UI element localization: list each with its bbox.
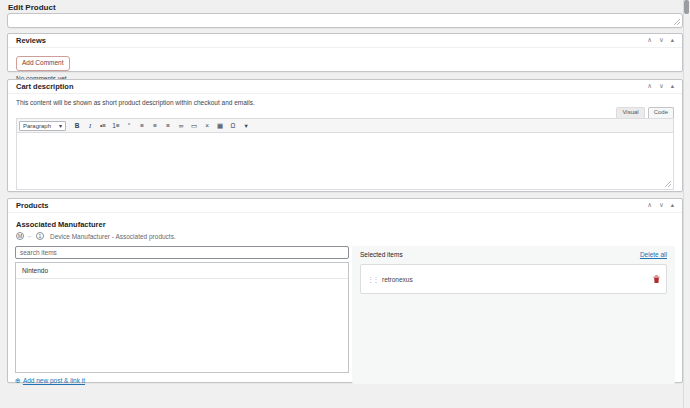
toggle-panel-icon[interactable]: ▴ — [671, 37, 674, 44]
cart-description-title: Cart description — [16, 82, 74, 91]
products-header: Products ∧ ∨ ▴ — [8, 199, 682, 213]
associated-manufacturer-title: Associated Manufacturer — [16, 220, 674, 229]
move-down-icon[interactable]: ∨ — [659, 202, 664, 209]
move-up-icon[interactable]: ∧ — [647, 37, 652, 44]
products-title: Products — [16, 201, 49, 210]
rich-text-editor: Paragraph ▾ B I •≡ 1≡ “ ≡ ≡ ≡ ∞ ▭ × ▦ Ω … — [16, 118, 674, 190]
cart-description-body: This content will be shown as short prod… — [8, 94, 682, 190]
toggle-panel-icon[interactable]: ▴ — [671, 83, 674, 90]
reviews-title: Reviews — [16, 36, 46, 45]
selected-items-header: Selected items Delete all — [360, 251, 667, 258]
selected-items-label: Selected items — [360, 251, 403, 258]
editor-toolbar: Paragraph ▾ B I •≡ 1≡ “ ≡ ≡ ≡ ∞ ▭ × ▦ Ω … — [17, 119, 673, 133]
align-left-icon[interactable]: ≡ — [136, 120, 148, 131]
editor-mode-tabs: Visual Code — [16, 107, 674, 118]
italic-icon[interactable]: I — [84, 120, 96, 131]
resize-grip[interactable] — [665, 181, 671, 187]
fullscreen-icon[interactable]: × — [201, 120, 213, 131]
metabox-actions: ∧ ∨ ▴ — [647, 83, 674, 90]
align-right-icon[interactable]: ≡ — [162, 120, 174, 131]
tab-visual[interactable]: Visual — [616, 107, 644, 118]
delete-all-link[interactable]: Delete all — [640, 251, 667, 258]
cart-description-header: Cart description ∧ ∨ ▴ — [8, 80, 682, 94]
trash-icon[interactable] — [653, 275, 660, 283]
toolbar-toggle-icon[interactable]: ▾ — [240, 120, 252, 131]
move-down-icon[interactable]: ∨ — [659, 37, 664, 44]
vertical-scrollbar[interactable] — [683, 0, 690, 408]
relation-diagram: M ← 1 Device Manufacturer - Associated p… — [16, 232, 674, 240]
previous-panel-bottom — [7, 13, 683, 28]
link-icon[interactable]: ∞ — [175, 120, 187, 131]
tab-code[interactable]: Code — [648, 107, 674, 118]
reviews-metabox: Reviews ∧ ∨ ▴ Add Comment No comments ye… — [7, 33, 683, 72]
toggle-panel-icon[interactable]: ▴ — [671, 202, 674, 209]
more-tag-icon[interactable]: ▭ — [188, 120, 200, 131]
plus-circle-icon: ⊕ — [15, 377, 21, 384]
cart-description-metabox: Cart description ∧ ∨ ▴ This content will… — [7, 79, 683, 192]
resize-grip[interactable] — [674, 19, 680, 25]
selected-item-row: ⋮⋮ retronexus — [360, 264, 667, 294]
products-body: Associated Manufacturer M ← 1 Device Man… — [8, 213, 682, 388]
add-new-post-link[interactable]: Add new post & link it — [23, 377, 85, 384]
page-title: Edit Product — [8, 3, 56, 12]
relation-arrow-icon: ← — [27, 233, 33, 239]
search-results-panel: Nintendo — [15, 262, 349, 373]
add-new-row: ⊕ Add new post & link it — [15, 377, 349, 384]
align-center-icon[interactable]: ≡ — [149, 120, 161, 131]
paragraph-style-dropdown[interactable]: Paragraph ▾ — [19, 121, 66, 131]
bold-icon[interactable]: B — [71, 120, 83, 131]
relation-description: Device Manufacturer - Associated product… — [50, 233, 176, 240]
search-input[interactable] — [15, 246, 349, 259]
blockquote-icon[interactable]: “ — [123, 120, 135, 131]
metabox-actions: ∧ ∨ ▴ — [647, 37, 674, 44]
metabox-actions: ∧ ∨ ▴ — [647, 202, 674, 209]
cart-description-help-text: This content will be shown as short prod… — [16, 99, 674, 106]
paragraph-style-label: Paragraph — [23, 123, 51, 129]
move-up-icon[interactable]: ∧ — [647, 83, 652, 90]
selected-items-column: Selected items Delete all ⋮⋮ retronexus — [352, 246, 675, 384]
reviews-header: Reviews ∧ ∨ ▴ — [8, 34, 682, 48]
editor-content-area[interactable] — [17, 133, 673, 189]
move-down-icon[interactable]: ∨ — [659, 83, 664, 90]
selected-item-label: retronexus — [382, 276, 649, 283]
bulleted-list-icon[interactable]: •≡ — [97, 120, 109, 131]
drag-handle-icon[interactable]: ⋮⋮ — [367, 276, 378, 283]
relation-many-icon: M — [16, 232, 24, 240]
chevron-down-icon: ▾ — [59, 122, 62, 129]
scrollbar-thumb[interactable] — [684, 0, 689, 14]
available-items-column: Nintendo ⊕ Add new post & link it — [15, 246, 349, 384]
special-character-icon[interactable]: Ω — [227, 120, 239, 131]
move-up-icon[interactable]: ∧ — [647, 202, 652, 209]
numbered-list-icon[interactable]: 1≡ — [110, 120, 122, 131]
relation-one-icon: 1 — [36, 232, 44, 240]
products-metabox: Products ∧ ∨ ▴ Associated Manufacturer M… — [7, 198, 683, 383]
table-icon[interactable]: ▦ — [214, 120, 226, 131]
relation-columns: Nintendo ⊕ Add new post & link it Select… — [15, 246, 675, 384]
add-comment-button[interactable]: Add Comment — [16, 56, 70, 71]
list-item[interactable]: Nintendo — [16, 263, 348, 279]
